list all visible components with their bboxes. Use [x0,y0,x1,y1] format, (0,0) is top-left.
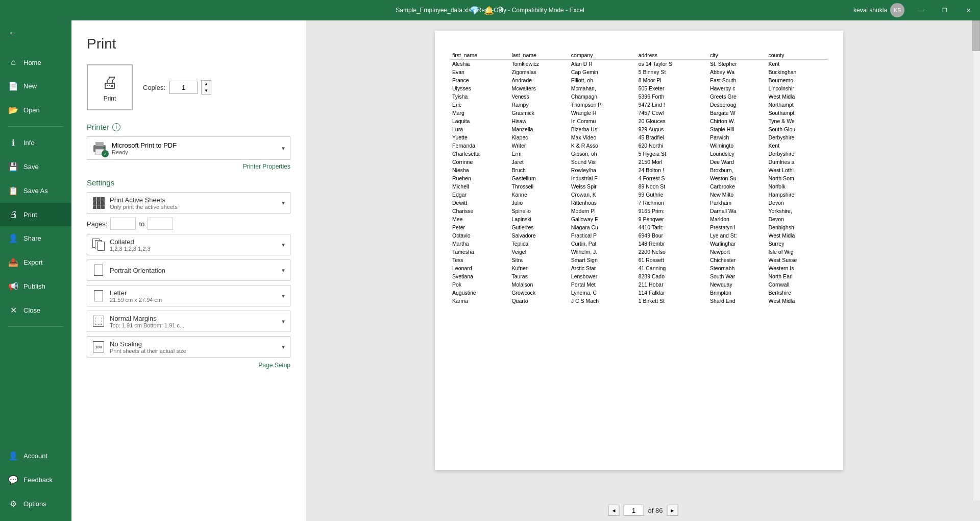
pages-to-input[interactable] [148,218,173,230]
printer-icon: 🖨 [102,73,118,92]
table-cell: Bournemo [767,76,828,84]
sidebar-item-home[interactable]: ⌂ Home [0,51,71,74]
preview-scrollbar[interactable] [972,20,980,501]
sidebar-item-export[interactable]: 📤 Export [0,250,71,274]
copies-input[interactable] [169,81,198,94]
table-cell: Corrinne [450,158,509,166]
scaling-main: No Scaling [110,340,277,348]
print-active-sub: Only print the active sheets [110,204,277,210]
table-cell: Buckinghan [767,68,828,76]
table-cell: Lincolnshir [767,84,828,92]
table-cell: Hampshire [767,191,828,199]
table-cell: Rowley/ha [569,166,636,174]
sidebar-item-new[interactable]: 📄 New [0,74,71,98]
close-button[interactable]: ✕ [957,0,980,20]
sidebar-item-save[interactable]: 💾 Save [0,155,71,179]
copies-spinner: ▲ ▼ [201,80,211,94]
print-button-label: Print [104,95,116,102]
copies-down-button[interactable]: ▼ [202,87,211,94]
copies-up-button[interactable]: ▲ [202,81,211,87]
preview-scroll-thumb[interactable] [972,20,980,51]
table-cell: Spinello [509,207,569,215]
back-button[interactable]: ← [0,20,71,45]
user-info[interactable]: keval shukla KS [848,3,910,17]
table-row: FranceAndradeElliott, oh8 Moor PlEast So… [450,76,828,84]
print-active-sheets-dropdown[interactable]: Print Active Sheets Only print the activ… [87,192,290,214]
sidebar-item-account-label: Account [23,452,47,460]
printer-info-icon[interactable]: i [112,123,120,131]
settings-section-label: Settings [87,178,114,187]
print-panel: Print 🖨 Print Copies: ▲ ▼ Print [71,20,306,521]
pages-row: Pages: to [87,218,290,230]
minimize-button[interactable]: — [910,0,933,20]
sidebar-item-saveas[interactable]: 📋 Save As [0,179,71,203]
col-header-county: county [767,51,828,60]
account-icon: 👤 [8,451,18,461]
table-row: CharisseSpinelloModern Pl9165 Prim:Darna… [450,207,828,215]
scaling-arrow: ▼ [281,344,286,350]
publish-icon: 📢 [8,281,18,291]
table-cell: Prestatyn l [708,223,767,231]
table-cell: Klapec [509,133,569,141]
table-cell: Grasmick [509,109,569,117]
table-cell: Tyisha [450,92,509,101]
print-button[interactable]: 🖨 Print [87,64,133,110]
table-cell: West Lothi [767,166,828,174]
orientation-dropdown[interactable]: Portrait Orientation ▼ [87,259,290,281]
sidebar-item-publish[interactable]: 📢 Publish [0,274,71,298]
table-cell: Charlesetta [450,150,509,158]
table-cell: Karma [450,297,509,305]
sidebar-item-close[interactable]: ✕ Close [0,298,71,322]
svg-rect-1 [95,142,104,146]
pages-from-input[interactable] [110,218,136,230]
paper-icon [91,289,106,303]
page-number-input[interactable] [624,505,644,516]
table-cell: Ulysses [450,84,509,92]
table-cell: West Midla [767,92,828,101]
table-cell: 20 Glouces [636,117,708,125]
table-cell: 6949 Bour [636,231,708,240]
table-cell: 8289 Cado [636,272,708,280]
table-cell: Octavio [450,231,509,240]
next-page-button[interactable]: ► [667,505,678,516]
content-area: Print 🖨 Print Copies: ▲ ▼ Print [71,20,980,521]
sidebar-item-share[interactable]: 👤 Share [0,226,71,250]
table-cell: Leonard [450,264,509,272]
printer-section-label: Printer [87,123,109,131]
table-cell: West Midla [767,297,828,305]
table-row: SvetlanaTaurasLensbower8289 CadoSouth Wa… [450,272,828,280]
margins-dropdown[interactable]: Normal Margins Top: 1.91 cm Bottom: 1.91… [87,311,290,332]
sidebar-item-info[interactable]: ℹ Info [0,131,71,155]
margins-icon [91,314,106,328]
sidebar-item-open[interactable]: 📂 Open [0,98,71,122]
table-cell: Tyne & We [767,117,828,125]
collated-dropdown[interactable]: Collated 1,2,3 1,2,3 1,2,3 ▼ [87,234,290,255]
paper-dropdown[interactable]: Letter 21.59 cm x 27.94 cm ▼ [87,285,290,306]
page-setup-link[interactable]: Page Setup [87,362,290,369]
table-cell: Parkham [708,199,767,207]
close-icon: ✕ [8,305,18,315]
table-row: YuetteKlapecMax Video45 BradfielParwichD… [450,133,828,141]
print-active-text: Print Active Sheets Only print the activ… [110,196,277,210]
prev-page-button[interactable]: ◄ [608,505,620,516]
table-cell: Southampt [767,109,828,117]
table-cell: Kanne [509,191,569,199]
restore-button[interactable]: ❐ [933,0,957,20]
table-cell: Desboroug [708,101,767,109]
sidebar-item-options[interactable]: ⚙ Options [0,492,71,516]
printer-properties-link[interactable]: Printer Properties [87,163,290,170]
sidebar-item-home-label: Home [23,59,41,66]
printer-select[interactable]: ✓ Microsoft Print to PDF Ready ▼ [87,136,290,160]
sidebar-item-print[interactable]: 🖨 Print [0,203,71,226]
table-cell: Carbrooke [708,182,767,191]
main-layout: ← ⌂ Home 📄 New 📂 Open ℹ Info 💾 Save [0,20,980,521]
table-cell: Wilmingto [708,141,767,150]
table-cell: Marg [450,109,509,117]
scaling-dropdown[interactable]: 100 No Scaling Print sheets at their act… [87,336,290,358]
table-row: TyishaVenessChampagn5396 ForthGreets Gre… [450,92,828,101]
sidebar-item-feedback[interactable]: 💬 Feedback [0,468,71,492]
options-icon: ⚙ [8,499,18,509]
sidebar-item-account[interactable]: 👤 Account [0,444,71,468]
export-icon: 📤 [8,257,18,267]
table-cell: Chichester [708,256,767,264]
